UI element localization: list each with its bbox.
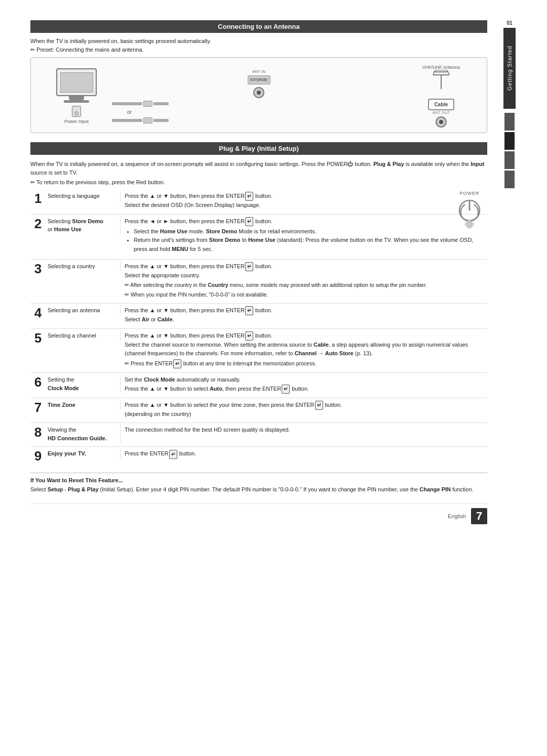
footer-lang: English xyxy=(448,513,466,519)
step-row-8: 8 Viewing theHD Connection Guide. The co… xyxy=(30,425,487,443)
side-block-4 xyxy=(504,171,515,188)
step-label-5: Selecting a channel xyxy=(46,330,121,341)
ant-connector xyxy=(253,87,264,98)
step-row-1: 1 Selecting a language Press the ▲ or ▼ … xyxy=(30,191,487,211)
page-wrapper: Connecting to an Antenna When the TV is … xyxy=(30,20,517,524)
antenna-intro: When the TV is initially powered on, bas… xyxy=(30,38,487,44)
step-num-8: 8 xyxy=(30,425,46,439)
steps-container: POWER 1 Selecting a langua xyxy=(30,191,487,465)
side-tab-label: Getting Started xyxy=(503,28,516,109)
step-label-6: Setting theClock Mode xyxy=(46,374,121,393)
antenna-section: Connecting to an Antenna When the TV is … xyxy=(30,20,487,133)
step-num-3: 3 xyxy=(30,261,46,275)
antenna-header: Connecting to an Antenna xyxy=(30,20,487,33)
ext-label: EXT(RGB) xyxy=(248,75,270,85)
plug-header: Plug & Play (Initial Setup) xyxy=(30,142,487,155)
step-num-9: 9 xyxy=(30,448,46,463)
cable-box: Cable xyxy=(428,99,454,110)
or-label: or xyxy=(127,109,132,115)
step-num-6: 6 xyxy=(30,374,46,389)
main-content: Connecting to an Antenna When the TV is … xyxy=(30,20,502,524)
step-content-3: Press the ▲ or ▼ button, then press the … xyxy=(121,261,487,300)
ant-in-label: ANT IN xyxy=(252,69,265,74)
step-num-2: 2 xyxy=(30,216,46,230)
step-content-7: Press the ▲ or ▼ button to select the yo… xyxy=(121,400,487,420)
vhf-label: VHF/UHF Antenna xyxy=(422,65,460,70)
diagram-tv: Power Input xyxy=(41,68,112,124)
power-label: POWER xyxy=(459,191,479,196)
step-content-2: Press the ◄ or ► button, then press the … xyxy=(121,216,487,256)
step-content-4: Press the ▲ or ▼ button, then press the … xyxy=(121,305,487,325)
tv-stand xyxy=(69,96,84,100)
side-block-3 xyxy=(504,151,515,169)
side-tab: 01 Getting Started xyxy=(502,20,517,524)
ant-out-label: ANT OUT xyxy=(433,110,450,115)
step-content-9: Press the ENTER↵ button. xyxy=(121,448,487,459)
antenna-note: Preset: Connecting the mains and antenna… xyxy=(30,47,487,53)
side-block-2 xyxy=(504,132,515,150)
step-num-7: 7 xyxy=(30,400,46,414)
step-row-3: 3 Selecting a country Press the ▲ or ▼ b… xyxy=(30,261,487,300)
power-icon-area: POWER xyxy=(452,191,487,233)
step-row-9: 9 Enjoy your TV. Press the ENTER↵ button… xyxy=(30,448,487,465)
step-label-3: Selecting a country xyxy=(46,261,121,272)
tv-base xyxy=(64,100,89,103)
step-label-4: Selecting an antenna xyxy=(46,305,121,316)
step-row-7: 7 Time Zone Press the ▲ or ▼ button to s… xyxy=(30,400,487,420)
step-row-2: 2 Selecting Store Demoor Home Use Press … xyxy=(30,216,487,256)
step-row-4: 4 Selecting an antenna Press the ▲ or ▼ … xyxy=(30,305,487,325)
side-block-1 xyxy=(504,113,515,131)
diagram-middle: ANT IN EXT(RGB) xyxy=(112,69,406,123)
step-content-6: Set the Clock Mode automatically or manu… xyxy=(121,374,487,395)
step-content-5: Press the ▲ or ▼ button, then press the … xyxy=(121,330,487,370)
tv-body xyxy=(56,68,97,96)
step-row-6: 6 Setting theClock Mode Set the Clock Mo… xyxy=(30,374,487,395)
footer-page-number: 7 xyxy=(471,508,487,524)
step-content-1: Press the ▲ or ▼ button, then press the … xyxy=(121,191,487,211)
step-num-1: 1 xyxy=(30,191,46,205)
tv-screen xyxy=(60,72,93,93)
step-label-1: Selecting a language xyxy=(46,191,121,201)
plug-note: To return to the previous step, press th… xyxy=(30,179,487,186)
step-row-5: 5 Selecting a channel Press the ▲ or ▼ b… xyxy=(30,330,487,370)
step-label-9: Enjoy your TV. xyxy=(46,448,121,459)
svg-rect-11 xyxy=(468,220,471,223)
reset-section: If You Want to Reset This Feature... Sel… xyxy=(30,473,487,494)
page-footer: English 7 xyxy=(30,503,487,524)
side-tab-number: 01 xyxy=(506,20,512,26)
step-label-7: Time Zone xyxy=(46,400,121,410)
step-num-5: 5 xyxy=(30,330,46,345)
plug-intro: When the TV is initially powered on, a s… xyxy=(30,160,487,177)
plug-section: Plug & Play (Initial Setup) When the TV … xyxy=(30,142,487,494)
side-tab-blocks xyxy=(504,113,515,188)
reset-title: If You Want to Reset This Feature... xyxy=(30,477,487,483)
step-content-8: The connection method for the best HD sc… xyxy=(121,425,487,436)
reset-text: Select Setup - Plug & Play (Initial Setu… xyxy=(30,485,487,494)
power-button-svg xyxy=(456,198,484,233)
step-label-8: Viewing theHD Connection Guide. xyxy=(46,425,121,443)
power-input-label: Power Input xyxy=(64,119,89,124)
diagram-right: VHF/UHF Antenna xyxy=(406,65,477,128)
antenna-symbol xyxy=(429,70,453,93)
step-num-4: 4 xyxy=(30,305,46,319)
antenna-diagram: Power Input ANT IN EXT(RGB) xyxy=(30,57,487,133)
ant-out-connector xyxy=(436,116,447,128)
step-label-2: Selecting Store Demoor Home Use xyxy=(46,216,121,235)
